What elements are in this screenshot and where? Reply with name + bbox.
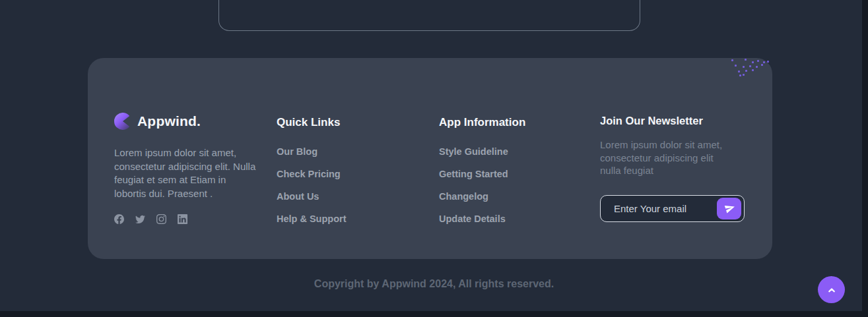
twitter-icon[interactable]	[135, 214, 145, 224]
social-links-row	[114, 214, 258, 224]
footer-link-style-guideline[interactable]: Style Guideline	[439, 144, 558, 159]
linkedin-icon[interactable]	[178, 214, 187, 224]
scroll-to-top-button[interactable]	[818, 276, 845, 303]
newsletter-title: Join Our Newsletter	[600, 113, 747, 129]
content-card-fragment	[218, 0, 640, 31]
footer-link-help-support[interactable]: Help & Support	[277, 212, 395, 226]
newsletter-email-field-wrap	[600, 195, 745, 222]
paper-plane-send-icon	[724, 203, 735, 214]
footer-column-app-information: App Information Style Guideline Getting …	[439, 115, 558, 234]
footer-link-update-details[interactable]: Update Details	[439, 212, 558, 226]
brand-description: Lorem ipsum dolor sit amet, consectetur …	[114, 146, 258, 200]
footer-column-quick-links: Quick Links Our Blog Check Pricing About…	[277, 115, 395, 234]
facebook-icon[interactable]	[114, 214, 124, 224]
link-list: Style Guideline Getting Started Changelo…	[439, 144, 558, 234]
link-list: Our Blog Check Pricing About Us Help & S…	[277, 144, 395, 234]
footer-link-getting-started[interactable]: Getting Started	[439, 167, 558, 181]
decorative-dots-pattern	[730, 55, 771, 79]
appwind-logo-icon	[114, 113, 131, 130]
footer-brand-column: Appwind. Lorem ipsum dolor sit amet, con…	[114, 112, 258, 224]
copyright-text: Copyright by Appwind 2024, All rights re…	[0, 278, 868, 290]
footer-newsletter-column: Join Our Newsletter Lorem ipsum dolor si…	[600, 113, 747, 222]
chevron-up-icon	[826, 284, 838, 296]
bottom-bar	[0, 311, 868, 317]
scrollbar-track[interactable]	[862, 0, 868, 317]
column-title: App Information	[439, 115, 558, 130]
newsletter-send-button[interactable]	[717, 198, 741, 219]
footer-link-check-pricing[interactable]: Check Pricing	[277, 167, 395, 181]
page: Appwind. Lorem ipsum dolor sit amet, con…	[0, 0, 868, 317]
footer-link-about-us[interactable]: About Us	[277, 189, 395, 204]
footer-link-changelog[interactable]: Changelog	[439, 189, 558, 204]
brand-logo-row[interactable]: Appwind.	[114, 112, 258, 130]
brand-name: Appwind.	[137, 113, 201, 129]
column-title: Quick Links	[277, 115, 395, 130]
footer: Appwind. Lorem ipsum dolor sit amet, con…	[88, 58, 772, 259]
instagram-icon[interactable]	[156, 214, 166, 224]
newsletter-description: Lorem ipsum dolor sit amet, consectetur …	[600, 138, 735, 177]
footer-link-our-blog[interactable]: Our Blog	[277, 144, 395, 159]
